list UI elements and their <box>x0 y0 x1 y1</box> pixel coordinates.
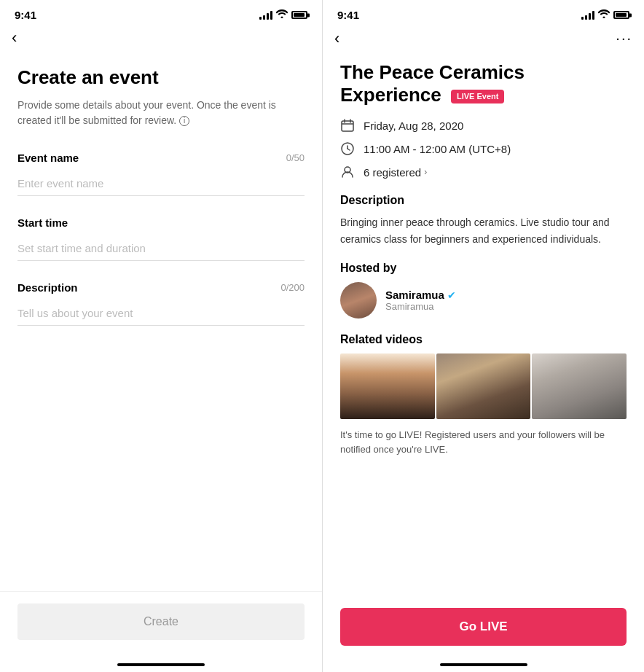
related-videos-section: Related videos <box>340 333 627 419</box>
verified-icon: ✔ <box>447 289 456 301</box>
event-date-item: Friday, Aug 28, 2020 <box>340 118 627 133</box>
event-title: The Peace Ceramics Experience LIVE Event <box>340 61 627 106</box>
description-section-title: Description <box>340 194 627 207</box>
right-status-icons <box>581 9 629 20</box>
event-detail-content: The Peace Ceramics Experience LIVE Event <box>323 55 644 605</box>
event-name-label: Event name <box>17 152 79 164</box>
left-battery-icon <box>291 11 307 19</box>
event-time: 11:00 AM - 12:00 AM (UTC+8) <box>364 143 511 155</box>
clock-icon <box>340 141 355 156</box>
videos-row <box>340 353 627 419</box>
description-input[interactable] <box>17 301 305 326</box>
info-icon[interactable]: i <box>179 116 189 126</box>
video-thumb-1[interactable] <box>340 353 435 419</box>
create-event-screen: 9:41 <box>0 0 322 672</box>
host-name: Samiramua <box>385 289 444 301</box>
create-button[interactable]: Create <box>17 603 305 640</box>
svg-line-6 <box>347 149 350 150</box>
left-back-button[interactable]: ‹ <box>12 30 17 46</box>
video-thumb-3[interactable] <box>532 353 627 419</box>
create-event-content: Create an event Provide some details abo… <box>0 55 322 591</box>
chevron-right-icon: › <box>424 167 427 177</box>
live-badge: LIVE Event <box>451 90 504 103</box>
description-counter: 0/200 <box>280 282 305 293</box>
calendar-icon <box>340 118 355 133</box>
right-wifi-icon <box>598 9 610 20</box>
event-name-field: Event name 0/50 <box>17 152 305 196</box>
person-icon <box>340 165 355 179</box>
right-footer: Go LIVE <box>323 605 644 657</box>
left-status-icons <box>259 9 307 20</box>
right-back-button[interactable]: ‹ <box>334 31 339 47</box>
host-avatar <box>340 282 377 319</box>
description-label-row: Description 0/200 <box>17 281 305 294</box>
right-status-bar: 9:41 <box>323 0 644 27</box>
host-row[interactable]: Samiramua ✔ Samiramua <box>340 282 627 319</box>
description-label: Description <box>17 281 78 294</box>
create-event-subtitle: Provide some details about your event. O… <box>17 98 305 128</box>
left-status-bar: 9:41 <box>0 0 322 27</box>
right-home-bar <box>440 663 527 666</box>
left-time: 9:41 <box>15 9 36 21</box>
right-nav-bar: ‹ ··· <box>323 27 644 55</box>
right-home-indicator <box>323 657 644 672</box>
event-name-input[interactable] <box>17 171 305 196</box>
event-registered[interactable]: 6 registered › <box>364 166 427 179</box>
create-event-footer: Create <box>0 591 322 657</box>
left-nav-bar: ‹ <box>0 27 322 55</box>
go-live-button[interactable]: Go LIVE <box>340 608 627 646</box>
event-date: Friday, Aug 28, 2020 <box>364 120 463 132</box>
description-body: Bringing inner peace through ceramics. L… <box>340 214 627 247</box>
go-live-notice: It's time to go LIVE! Registered users a… <box>340 428 627 456</box>
video-thumb-2[interactable] <box>436 353 531 419</box>
hosted-by-title: Hosted by <box>340 262 627 275</box>
start-time-label: Start time <box>17 216 68 229</box>
related-videos-title: Related videos <box>340 333 627 346</box>
left-home-indicator <box>0 657 322 672</box>
event-time-item: 11:00 AM - 12:00 AM (UTC+8) <box>340 141 627 156</box>
description-section: Description Bringing inner peace through… <box>340 194 627 247</box>
description-field: Description 0/200 <box>17 281 305 326</box>
event-name-counter: 0/50 <box>286 152 305 163</box>
svg-rect-0 <box>342 121 353 131</box>
host-name-row: Samiramua ✔ <box>385 289 456 301</box>
start-time-field: Start time <box>17 216 305 261</box>
start-time-label-row: Start time <box>17 216 305 229</box>
event-title-row: The Peace Ceramics Experience LIVE Event <box>340 61 627 106</box>
event-name-label-row: Event name 0/50 <box>17 152 305 164</box>
left-signal-icon <box>259 11 272 20</box>
host-info: Samiramua ✔ Samiramua <box>385 289 456 312</box>
start-time-input[interactable] <box>17 236 305 261</box>
event-meta: Friday, Aug 28, 2020 11:00 AM - 12:00 AM… <box>340 118 627 179</box>
create-event-title: Create an event <box>17 66 305 89</box>
left-home-bar <box>117 663 205 666</box>
right-time: 9:41 <box>337 9 359 21</box>
right-battery-icon <box>613 11 629 19</box>
more-button[interactable]: ··· <box>616 30 632 47</box>
host-avatar-inner <box>340 282 377 319</box>
event-detail-screen: 9:41 <box>322 0 644 672</box>
right-signal-icon <box>581 11 594 20</box>
event-registered-item[interactable]: 6 registered › <box>340 165 627 179</box>
left-wifi-icon <box>276 9 288 20</box>
host-username: Samiramua <box>385 301 456 312</box>
hosted-by-section: Hosted by Samiramua ✔ Samiramua <box>340 262 627 319</box>
